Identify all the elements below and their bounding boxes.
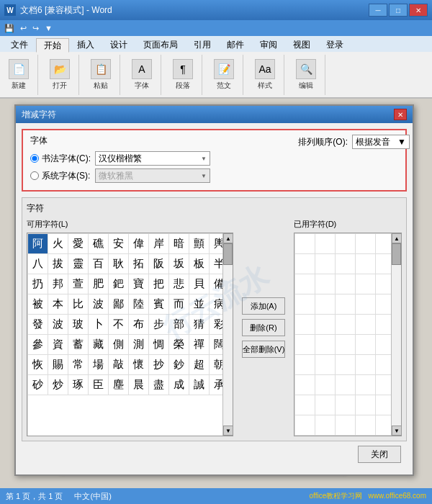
symbols-scrollbar[interactable]: ▲ ▼ [222, 233, 233, 436]
used-cell-31[interactable] [315, 355, 336, 375]
used-cell-2[interactable] [336, 234, 356, 254]
symbol-cell-5[interactable]: 偉 [129, 234, 149, 254]
used-cell-22[interactable] [336, 315, 356, 335]
used-cell-38[interactable] [356, 375, 376, 395]
used-cell-48[interactable] [356, 415, 376, 436]
used-cell-46[interactable] [315, 415, 336, 436]
tab-references[interactable]: 引用 [186, 37, 219, 52]
used-scroll-track[interactable] [392, 243, 401, 426]
symbol-cell-72[interactable]: 琢 [68, 375, 89, 395]
qa-redo-btn[interactable]: ↪ [31, 24, 40, 33]
used-cell-11[interactable] [315, 274, 336, 294]
symbol-cell-57[interactable]: 榮 [169, 335, 189, 355]
used-cell-5[interactable] [295, 254, 315, 274]
delete-all-symbols-button[interactable]: 全部删除(V) [242, 341, 285, 358]
symbol-cell-33[interactable]: 波 [89, 294, 109, 315]
symbol-cell-23[interactable]: 肥 [89, 274, 109, 294]
used-cell-32[interactable] [336, 355, 356, 375]
used-cell-15[interactable] [295, 294, 315, 315]
symbol-cell-22[interactable]: 萱 [68, 274, 89, 294]
symbol-cell-26[interactable]: 把 [149, 274, 169, 294]
symbol-cell-66[interactable]: 抄 [149, 355, 169, 375]
symbol-cell-77[interactable]: 成 [169, 375, 189, 395]
symbol-cell-67[interactable]: 鈔 [169, 355, 189, 375]
tab-view[interactable]: 视图 [285, 37, 318, 52]
symbol-cell-65[interactable]: 懷 [129, 355, 149, 375]
used-cell-35[interactable] [295, 375, 315, 395]
scroll-down-btn[interactable]: ▼ [223, 426, 233, 436]
used-cell-8[interactable] [356, 254, 376, 274]
tab-layout[interactable]: 页面布局 [135, 37, 186, 52]
used-cell-3[interactable] [356, 234, 376, 254]
qa-dropdown-btn[interactable]: ▼ [43, 24, 54, 32]
symbol-cell-78[interactable]: 誠 [189, 375, 210, 395]
symbol-cell-43[interactable]: 卜 [89, 315, 109, 335]
symbol-cell-40[interactable]: 發 [28, 315, 48, 335]
qa-save-btn[interactable]: 💾 [3, 24, 16, 33]
symbol-cell-11[interactable]: 拔 [48, 254, 68, 274]
new-button[interactable]: 📄 新建 [6, 58, 32, 92]
qa-undo-btn[interactable]: ↩ [19, 24, 28, 33]
used-cell-6[interactable] [315, 254, 336, 274]
symbol-cell-47[interactable]: 部 [169, 315, 189, 335]
used-cell-10[interactable] [295, 274, 315, 294]
symbol-cell-61[interactable]: 賜 [48, 355, 68, 375]
symbol-cell-37[interactable]: 而 [169, 294, 189, 315]
close-dialog-button[interactable]: 关闭 [358, 446, 401, 463]
used-cell-1[interactable] [315, 234, 336, 254]
used-cell-33[interactable] [356, 355, 376, 375]
scroll-track[interactable] [223, 243, 233, 426]
symbol-cell-36[interactable]: 賓 [149, 294, 169, 315]
system-dropdown[interactable]: 微软雅黑 ▼ [95, 168, 210, 183]
symbol-cell-58[interactable]: 禪 [189, 335, 210, 355]
symbol-cell-14[interactable]: 耿 [109, 254, 129, 274]
used-cell-13[interactable] [356, 274, 376, 294]
font-button[interactable]: A 字体 [129, 58, 155, 92]
symbol-cell-64[interactable]: 敲 [109, 355, 129, 375]
symbol-cell-18[interactable]: 板 [189, 254, 210, 274]
symbol-cell-15[interactable]: 拓 [129, 254, 149, 274]
maximize-button[interactable]: □ [389, 4, 408, 17]
scroll-up-btn[interactable]: ▲ [223, 233, 233, 243]
used-cell-20[interactable] [295, 315, 315, 335]
used-symbols-scrollbar[interactable]: ▲ ▼ [391, 233, 401, 436]
tab-insert[interactable]: 插入 [69, 37, 102, 52]
symbol-cell-48[interactable]: 猜 [189, 315, 210, 335]
symbol-cell-6[interactable]: 岸 [149, 234, 169, 254]
symbol-cell-8[interactable]: 顫 [189, 234, 210, 254]
symbol-cell-70[interactable]: 砂 [28, 375, 48, 395]
symbol-cell-1[interactable]: 火 [48, 234, 68, 254]
symbol-cell-17[interactable]: 坂 [169, 254, 189, 274]
delete-symbol-button[interactable]: 删除(R) [242, 319, 285, 336]
tab-mailings[interactable]: 邮件 [219, 37, 252, 52]
symbol-cell-63[interactable]: 場 [89, 355, 109, 375]
tab-design[interactable]: 设计 [102, 37, 135, 52]
symbol-cell-75[interactable]: 晨 [129, 375, 149, 395]
symbol-cell-7[interactable]: 暗 [169, 234, 189, 254]
symbol-cell-53[interactable]: 藏 [89, 335, 109, 355]
symbol-cell-60[interactable]: 恢 [28, 355, 48, 375]
paragraph-button[interactable]: ¶ 段落 [170, 58, 196, 92]
symbol-cell-20[interactable]: 扔 [28, 274, 48, 294]
symbol-cell-4[interactable]: 安 [109, 234, 129, 254]
symbol-cell-73[interactable]: 臣 [89, 375, 109, 395]
paste-button[interactable]: 📋 粘贴 [88, 58, 114, 92]
used-cell-30[interactable] [295, 355, 315, 375]
symbol-cell-3[interactable]: 礁 [89, 234, 109, 254]
template-button[interactable]: 📝 范文 [211, 58, 237, 92]
used-scroll-down-btn[interactable]: ▼ [392, 426, 402, 436]
used-cell-12[interactable] [336, 274, 356, 294]
symbol-cell-50[interactable]: 參 [28, 335, 48, 355]
symbol-cell-24[interactable]: 鈀 [109, 274, 129, 294]
used-cell-40[interactable] [295, 395, 315, 415]
used-cell-23[interactable] [356, 315, 376, 335]
used-cell-26[interactable] [315, 335, 336, 355]
symbol-cell-10[interactable]: 八 [28, 254, 48, 274]
style-button[interactable]: Aa 样式 [252, 58, 278, 92]
symbol-cell-54[interactable]: 側 [109, 335, 129, 355]
open-button[interactable]: 📂 打开 [47, 58, 73, 92]
symbol-cell-38[interactable]: 並 [189, 294, 210, 315]
symbol-cell-2[interactable]: 愛 [68, 234, 89, 254]
symbol-cell-46[interactable]: 步 [149, 315, 169, 335]
symbol-cell-42[interactable]: 玻 [68, 315, 89, 335]
